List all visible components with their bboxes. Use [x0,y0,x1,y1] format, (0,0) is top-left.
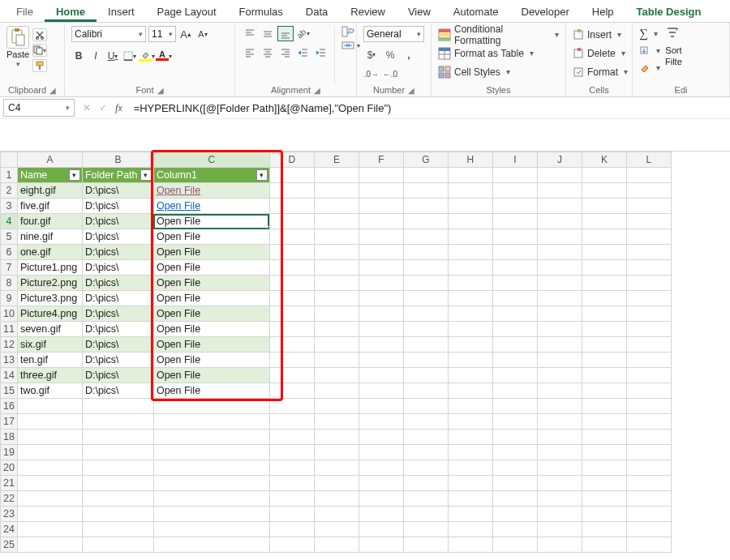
cell[interactable] [153,537,269,553]
cell[interactable] [359,368,403,383]
cell[interactable] [537,476,582,491]
paste-button[interactable]: Paste ▾ [6,26,29,72]
cell[interactable]: D:\pics\ [82,199,153,214]
row-header[interactable]: 19 [1,445,18,460]
cell[interactable] [448,337,492,353]
cell[interactable] [403,476,448,491]
cell[interactable] [492,199,537,214]
cell[interactable] [403,491,448,507]
cell[interactable] [626,507,671,522]
cell[interactable] [359,414,403,430]
cell[interactable] [582,537,626,553]
cell[interactable] [359,445,403,460]
cell[interactable]: Open File [153,383,269,399]
cell[interactable] [537,414,582,430]
enter-formula-button[interactable]: ✓ [99,102,107,113]
cell[interactable]: Open File [153,260,269,276]
row-header[interactable]: 15 [1,383,18,399]
cell[interactable]: one.gif [17,245,82,260]
cell[interactable] [537,306,582,322]
column-header[interactable]: F [359,152,403,168]
cell[interactable] [314,322,359,337]
column-header[interactable]: G [403,152,448,168]
cell[interactable] [269,430,314,445]
bold-button[interactable]: B [71,48,86,64]
cell[interactable] [359,199,403,214]
cell[interactable]: Open File [153,353,269,368]
align-top-button[interactable] [242,26,258,41]
filter-button[interactable]: ▾ [140,169,152,181]
dialog-launcher-icon[interactable]: ◢ [314,86,320,95]
cell[interactable] [582,445,626,460]
cell[interactable] [626,168,671,183]
cut-button[interactable] [32,28,47,41]
cell[interactable] [626,430,671,445]
cell[interactable] [82,522,153,537]
cell[interactable] [403,460,448,476]
cell[interactable] [403,353,448,368]
cell[interactable]: D:\pics\ [82,337,153,353]
cell[interactable] [403,507,448,522]
cell[interactable] [359,322,403,337]
cell[interactable] [448,229,492,245]
tab-help[interactable]: Help [581,1,625,21]
cell[interactable] [269,353,314,368]
cell[interactable] [269,476,314,491]
cell[interactable] [626,368,671,383]
row-header[interactable]: 6 [1,245,18,260]
cell[interactable] [269,245,314,260]
cell[interactable] [359,383,403,399]
worksheet-grid[interactable]: ABCDEFGHIJKL1Name▾Folder Path▾Column1▾2e… [0,152,730,553]
select-all-corner[interactable] [1,152,18,168]
cell[interactable] [492,507,537,522]
cell[interactable] [269,337,314,353]
cell[interactable] [537,353,582,368]
conditional-formatting-button[interactable]: Conditional Formatting▾ [438,26,559,43]
cell[interactable] [626,199,671,214]
accounting-format-button[interactable]: $▾ [363,47,380,62]
cell[interactable] [153,491,269,507]
cell[interactable] [359,229,403,245]
hyperlink[interactable]: Open File [157,185,200,196]
insert-cells-button[interactable]: Insert▾ [573,26,625,43]
cell[interactable] [492,291,537,306]
cell[interactable] [314,291,359,306]
row-header[interactable]: 5 [1,229,18,245]
row-header[interactable]: 24 [1,522,18,537]
cell[interactable] [582,399,626,414]
cell[interactable] [492,368,537,383]
cell[interactable] [448,537,492,553]
cell[interactable] [626,245,671,260]
cell[interactable] [82,445,153,460]
cell[interactable] [448,322,492,337]
cell[interactable] [153,507,269,522]
cell[interactable] [626,414,671,430]
cell[interactable]: Open File [153,183,269,199]
cell[interactable] [492,460,537,476]
cell[interactable] [626,537,671,553]
cell[interactable] [153,445,269,460]
cell[interactable] [17,476,82,491]
cell[interactable]: Folder Path▾ [82,168,153,183]
cell[interactable] [492,322,537,337]
cell[interactable] [492,168,537,183]
row-header[interactable]: 7 [1,260,18,276]
cell[interactable] [582,229,626,245]
cell[interactable] [626,260,671,276]
column-header[interactable]: D [269,152,314,168]
column-header[interactable]: I [492,152,537,168]
cell[interactable] [153,522,269,537]
cell[interactable]: Picture2.png [17,276,82,291]
cell[interactable] [448,522,492,537]
cell[interactable] [537,260,582,276]
cell[interactable] [403,306,448,322]
cell[interactable] [448,353,492,368]
cell[interactable] [403,522,448,537]
cell[interactable] [314,245,359,260]
cell[interactable]: five.gif [17,199,82,214]
cell[interactable] [537,199,582,214]
cell[interactable] [448,214,492,229]
cell[interactable] [403,260,448,276]
cell[interactable] [582,322,626,337]
cell[interactable] [153,430,269,445]
